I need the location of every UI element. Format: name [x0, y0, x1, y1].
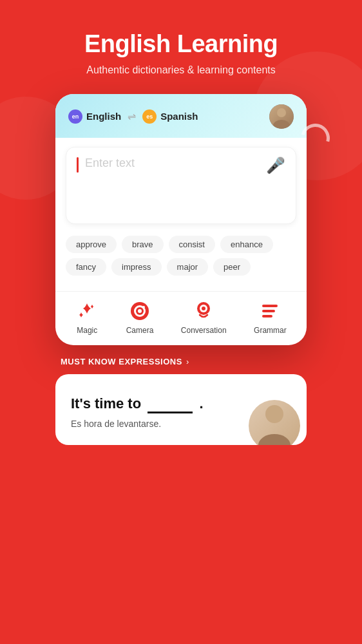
- expression-avatar: [249, 400, 300, 445]
- expression-suffix: .: [199, 395, 203, 412]
- must-know-label: MUST KNOW EXPRESSIONS: [61, 357, 182, 366]
- svg-point-4: [142, 306, 145, 308]
- swap-icon[interactable]: ⇌: [126, 110, 137, 122]
- nav-grammar-label: Grammar: [254, 326, 287, 335]
- source-lang-label: English: [86, 111, 121, 122]
- chips-row-1: approve brave consist enhance: [66, 236, 296, 253]
- header-section: English Learning Authentic dictionaries …: [84, 0, 278, 76]
- camera-icon: [128, 299, 151, 323]
- grammar-icon: [258, 299, 281, 323]
- app-card: en English ⇌ es Spanish Enter text 🎤: [55, 94, 307, 345]
- page-title: English Learning: [84, 31, 278, 58]
- svg-rect-10: [262, 315, 272, 317]
- svg-rect-9: [262, 310, 275, 312]
- nav-grammar[interactable]: Grammar: [254, 299, 287, 335]
- chip-peer[interactable]: peer: [213, 258, 251, 276]
- nav-camera-label: Camera: [126, 326, 154, 335]
- nav-magic[interactable]: Magic: [75, 299, 99, 335]
- user-avatar[interactable]: [269, 104, 294, 129]
- expression-card[interactable]: It's time to . Es hora de levantarse.: [55, 374, 307, 445]
- nav-camera[interactable]: Camera: [126, 299, 154, 335]
- expression-prefix: It's time to: [71, 395, 141, 412]
- must-know-section: MUST KNOW EXPRESSIONS › It's time to . E…: [55, 357, 307, 445]
- svg-point-7: [202, 307, 205, 310]
- target-language[interactable]: es Spanish: [142, 109, 198, 124]
- text-cursor: [77, 157, 79, 173]
- microphone-icon[interactable]: 🎤: [266, 156, 285, 175]
- word-chips-section: approve brave consist enhance fancy impr…: [55, 231, 307, 289]
- chips-row-2: fancy impress major peer: [66, 258, 296, 276]
- must-know-header: MUST KNOW EXPRESSIONS ›: [55, 357, 307, 366]
- chip-approve[interactable]: approve: [66, 236, 117, 253]
- card-header: en English ⇌ es Spanish: [55, 94, 307, 138]
- avatar-image: [269, 104, 294, 129]
- page-subtitle: Authentic dictionaries & learning conten…: [84, 64, 278, 76]
- bottom-nav: Magic Camera: [55, 291, 307, 345]
- svg-rect-8: [262, 305, 278, 307]
- target-lang-label: Spanish: [160, 111, 198, 122]
- text-input-area[interactable]: Enter text 🎤: [66, 147, 296, 224]
- chevron-right-icon[interactable]: ›: [186, 357, 189, 366]
- chip-fancy[interactable]: fancy: [66, 258, 106, 276]
- chip-brave[interactable]: brave: [122, 236, 164, 253]
- chip-enhance[interactable]: enhance: [220, 236, 273, 253]
- chip-consist[interactable]: consist: [169, 236, 215, 253]
- language-selector[interactable]: en English ⇌ es Spanish: [68, 109, 198, 124]
- input-left: Enter text: [77, 156, 266, 173]
- input-placeholder: Enter text: [85, 156, 135, 170]
- chip-impress[interactable]: impress: [111, 258, 162, 276]
- nav-magic-label: Magic: [77, 326, 97, 335]
- nav-conversation[interactable]: Conversation: [181, 299, 227, 335]
- magic-icon: [75, 299, 99, 323]
- nav-conversation-label: Conversation: [181, 326, 227, 335]
- conversation-icon: [192, 299, 215, 323]
- svg-point-3: [138, 309, 142, 313]
- chip-major[interactable]: major: [167, 258, 209, 276]
- source-language[interactable]: en English: [68, 109, 121, 124]
- source-lang-badge: en: [68, 109, 82, 124]
- expression-blank: [148, 393, 193, 413]
- target-lang-badge: es: [142, 109, 157, 124]
